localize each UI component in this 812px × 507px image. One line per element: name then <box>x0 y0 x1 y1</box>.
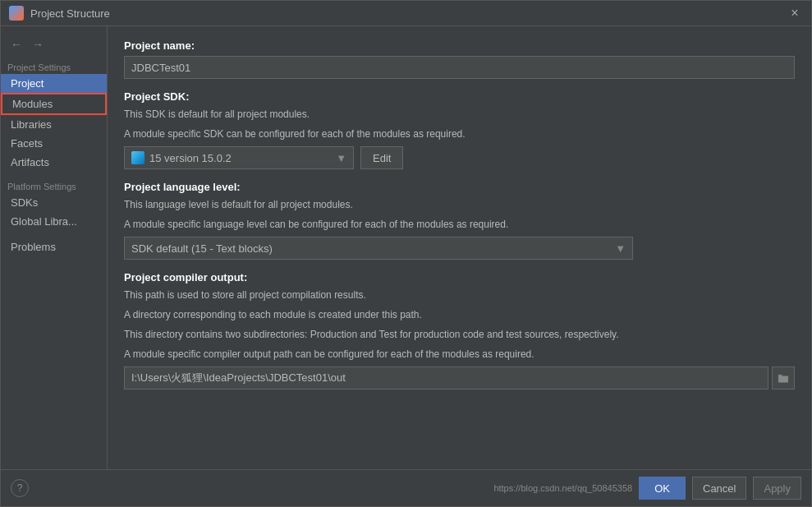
apply-button[interactable]: Apply <box>753 477 801 500</box>
sidebar-item-artifacts[interactable]: Artifacts <box>1 153 107 172</box>
footer-left: ? <box>11 479 29 497</box>
platform-settings-label: Platform Settings <box>1 178 107 193</box>
lang-desc2: A module specific language level can be … <box>124 217 795 232</box>
sdk-row: 15 version 15.0.2 ▼ Edit <box>124 146 795 169</box>
dialog-body: ← → Project Settings Project Modules Lib… <box>1 26 811 469</box>
dialog-title: Project Structure <box>30 7 780 20</box>
language-level-value: SDK default (15 - Text blocks) <box>131 242 273 255</box>
project-structure-dialog: Project Structure × ← → Project Settings… <box>0 0 812 507</box>
sdk-edit-button[interactable]: Edit <box>360 146 403 169</box>
sidebar-item-problems[interactable]: Problems <box>1 237 107 256</box>
project-sdk-label: Project SDK: <box>124 90 795 103</box>
dialog-footer: ? https://blog.csdn.net/qq_50845358 OK C… <box>1 469 811 506</box>
project-name-label: Project name: <box>124 39 795 52</box>
sdk-value: 15 version 15.0.2 <box>149 152 232 164</box>
sidebar: ← → Project Settings Project Modules Lib… <box>1 26 108 469</box>
cancel-button[interactable]: Cancel <box>692 477 746 500</box>
sidebar-item-modules[interactable]: Modules <box>1 93 107 115</box>
sdk-icon <box>131 151 145 164</box>
forward-button[interactable]: → <box>29 36 47 53</box>
compiler-path-input[interactable] <box>124 366 768 389</box>
lang-desc1: This language level is default for all p… <box>124 197 795 212</box>
folder-icon <box>778 373 789 383</box>
compiler-desc4: A module specific compiler output path c… <box>124 347 795 362</box>
sidebar-item-libraries[interactable]: Libraries <box>1 115 107 134</box>
compiler-output-label: Project compiler output: <box>124 271 795 283</box>
compiler-desc3: This directory contains two subdirectori… <box>124 327 795 342</box>
sdk-dropdown-arrow: ▼ <box>336 152 346 164</box>
project-settings-label: Project Settings <box>1 59 107 74</box>
title-bar: Project Structure × <box>1 1 811 26</box>
compiler-desc1: This path is used to store all project c… <box>124 288 795 302</box>
nav-buttons: ← → <box>1 33 107 59</box>
sidebar-item-project[interactable]: Project <box>1 74 107 93</box>
language-level-section: Project language level: This language le… <box>124 181 795 260</box>
language-level-dropdown[interactable]: SDK default (15 - Text blocks) ▼ <box>124 237 633 260</box>
sidebar-item-facets[interactable]: Facets <box>1 134 107 153</box>
language-dropdown-arrow: ▼ <box>615 242 626 255</box>
footer-url: https://blog.csdn.net/qq_50845358 <box>493 483 632 493</box>
back-button[interactable]: ← <box>7 36 25 53</box>
sidebar-item-global-libraries[interactable]: Global Libra... <box>1 212 107 231</box>
footer-right: https://blog.csdn.net/qq_50845358 OK Can… <box>493 477 801 500</box>
project-name-section: Project name: <box>124 39 795 79</box>
sidebar-item-sdks[interactable]: SDKs <box>1 193 107 212</box>
ok-button[interactable]: OK <box>639 477 686 500</box>
sdk-dropdown[interactable]: 15 version 15.0.2 ▼ <box>124 146 354 169</box>
divider2 <box>1 231 107 237</box>
project-sdk-section: Project SDK: This SDK is default for all… <box>124 90 795 169</box>
compiler-desc2: A directory corresponding to each module… <box>124 307 795 322</box>
app-icon <box>9 6 24 21</box>
sdk-desc2: A module specific SDK can be configured … <box>124 127 795 141</box>
main-content: Project name: Project SDK: This SDK is d… <box>108 26 811 469</box>
project-name-input[interactable] <box>124 56 795 79</box>
divider <box>1 172 107 178</box>
language-level-label: Project language level: <box>124 181 795 193</box>
compiler-output-row <box>124 366 795 389</box>
close-button[interactable]: × <box>787 6 803 21</box>
folder-browse-button[interactable] <box>772 366 795 389</box>
sdk-desc1: This SDK is default for all project modu… <box>124 107 795 122</box>
compiler-output-section: Project compiler output: This path is us… <box>124 271 795 389</box>
help-button[interactable]: ? <box>11 479 29 497</box>
